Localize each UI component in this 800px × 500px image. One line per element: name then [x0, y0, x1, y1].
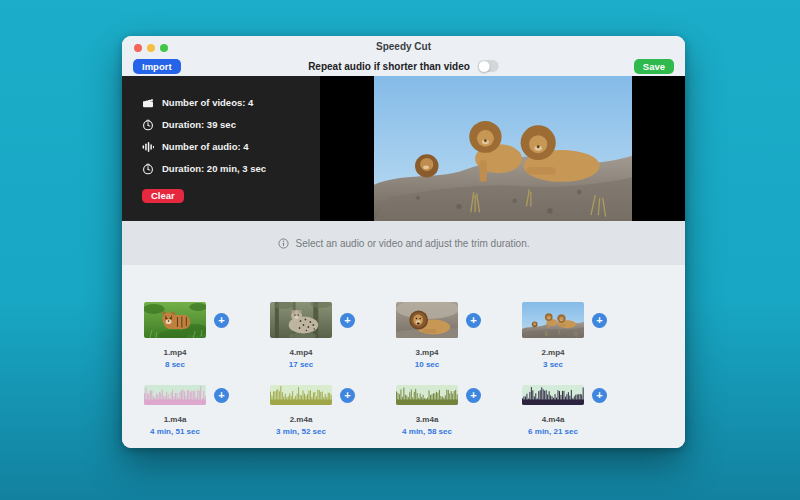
stat-row: Number of audio: 4: [142, 140, 320, 153]
file-labels: 4.mp417 sec: [270, 348, 332, 370]
file-name: 2.mp4: [522, 348, 584, 358]
file-name: 3.m4a: [396, 415, 458, 425]
file-name: 1.mp4: [144, 348, 206, 358]
file-name: 4.m4a: [522, 415, 584, 425]
file-name: 1.m4a: [144, 415, 206, 425]
cell-row: +: [144, 385, 229, 405]
file-duration: 17 sec: [270, 360, 332, 370]
stat-text: Number of videos: 4: [162, 97, 253, 108]
audio-cell: +4.m4a6 min, 21 sec: [522, 385, 607, 437]
file-labels: 4.m4a6 min, 21 sec: [522, 415, 584, 437]
video-thumbnail[interactable]: [144, 302, 206, 338]
audio-cell: +3.m4a4 min, 58 sec: [396, 385, 481, 437]
video-thumbnail[interactable]: [522, 302, 584, 338]
stat-row: Duration: 20 min, 3 sec: [142, 162, 320, 175]
window-title: Speedy Cut: [122, 41, 685, 52]
audio-cell: +2.m4a3 min, 52 sec: [270, 385, 355, 437]
cell-row: +: [522, 302, 607, 338]
file-labels: 3.m4a4 min, 58 sec: [396, 415, 458, 437]
video-cell: +1.mp48 sec: [144, 302, 229, 370]
add-to-timeline-button[interactable]: +: [466, 313, 481, 328]
info-bar: Select an audio or video and adjust the …: [122, 221, 685, 265]
stat-text: Duration: 39 sec: [162, 119, 236, 130]
repeat-audio-toggle[interactable]: [478, 60, 499, 72]
stat-text: Duration: 20 min, 3 sec: [162, 163, 266, 174]
add-to-timeline-button[interactable]: +: [214, 388, 229, 403]
file-labels: 1.mp48 sec: [144, 348, 206, 370]
file-duration: 4 min, 58 sec: [396, 427, 458, 437]
app-window: Speedy Cut Import Repeat audio if shorte…: [122, 36, 685, 448]
stats-panel: Number of videos: 4Duration: 39 secNumbe…: [122, 76, 320, 221]
toggle-knob: [478, 61, 489, 72]
clock-icon: [142, 119, 154, 131]
media-library: +1.mp48 sec +4.mp417 sec +3.mp410 sec: [122, 265, 685, 448]
stat-row: Number of videos: 4: [142, 96, 320, 109]
audio-waveform[interactable]: [144, 385, 206, 405]
cell-row: +: [396, 302, 481, 338]
audio-waveform[interactable]: [522, 385, 584, 405]
cell-row: +: [396, 385, 481, 405]
file-labels: 2.m4a3 min, 52 sec: [270, 415, 332, 437]
file-labels: 3.mp410 sec: [396, 348, 458, 370]
add-to-timeline-button[interactable]: +: [340, 388, 355, 403]
file-name: 4.mp4: [270, 348, 332, 358]
media-section: Number of videos: 4Duration: 39 secNumbe…: [122, 76, 685, 221]
audio-waveform[interactable]: [396, 385, 458, 405]
info-text: Select an audio or video and adjust the …: [295, 238, 529, 249]
desktop-background: { "window": { "title": "Speedy Cut" }, "…: [0, 0, 800, 500]
file-labels: 1.m4a4 min, 51 sec: [144, 415, 206, 437]
file-duration: 8 sec: [144, 360, 206, 370]
waveform-icon: [142, 141, 154, 153]
clock-icon: [142, 163, 154, 175]
file-duration: 10 sec: [396, 360, 458, 370]
add-to-timeline-button[interactable]: +: [340, 313, 355, 328]
file-duration: 3 min, 52 sec: [270, 427, 332, 437]
stat-text: Number of audio: 4: [162, 141, 249, 152]
titlebar: Speedy Cut: [122, 36, 685, 56]
clear-button[interactable]: Clear: [142, 189, 184, 203]
file-labels: 2.mp43 sec: [522, 348, 584, 370]
file-duration: 6 min, 21 sec: [522, 427, 584, 437]
file-name: 3.mp4: [396, 348, 458, 358]
cell-row: +: [270, 385, 355, 405]
import-button[interactable]: Import: [133, 59, 181, 74]
save-button[interactable]: Save: [634, 59, 674, 74]
toolbar: Import Repeat audio if shorter than vide…: [122, 56, 685, 76]
audio-cell: +1.m4a4 min, 51 sec: [144, 385, 229, 437]
cell-row: +: [270, 302, 355, 338]
file-duration: 4 min, 51 sec: [144, 427, 206, 437]
video-cell: +2.mp43 sec: [522, 302, 607, 370]
audio-waveform[interactable]: [270, 385, 332, 405]
window-header: Speedy Cut Import Repeat audio if shorte…: [122, 36, 685, 76]
audio-grid: +1.m4a4 min, 51 sec+2.m4a3 min, 52 sec+3…: [122, 385, 685, 437]
video-cell: +4.mp417 sec: [270, 302, 355, 370]
video-thumbnail[interactable]: [270, 302, 332, 338]
stats-rows: Number of videos: 4Duration: 39 secNumbe…: [142, 96, 320, 175]
video-preview[interactable]: [320, 76, 685, 221]
add-to-timeline-button[interactable]: +: [592, 388, 607, 403]
clapperboard-icon: [142, 97, 154, 109]
video-thumbnail[interactable]: [396, 302, 458, 338]
repeat-audio-toggle-label: Repeat audio if shorter than video: [308, 61, 470, 72]
cell-row: +: [144, 302, 229, 338]
stat-row: Duration: 39 sec: [142, 118, 320, 131]
video-cell: +3.mp410 sec: [396, 302, 481, 370]
add-to-timeline-button[interactable]: +: [214, 313, 229, 328]
info-icon: [277, 237, 289, 249]
file-name: 2.m4a: [270, 415, 332, 425]
cell-row: +: [522, 385, 607, 405]
video-grid: +1.mp48 sec +4.mp417 sec +3.mp410 sec: [122, 302, 685, 370]
preview-image: [374, 76, 632, 221]
add-to-timeline-button[interactable]: +: [592, 313, 607, 328]
repeat-audio-toggle-group: Repeat audio if shorter than video: [308, 60, 499, 72]
file-duration: 3 sec: [522, 360, 584, 370]
add-to-timeline-button[interactable]: +: [466, 388, 481, 403]
